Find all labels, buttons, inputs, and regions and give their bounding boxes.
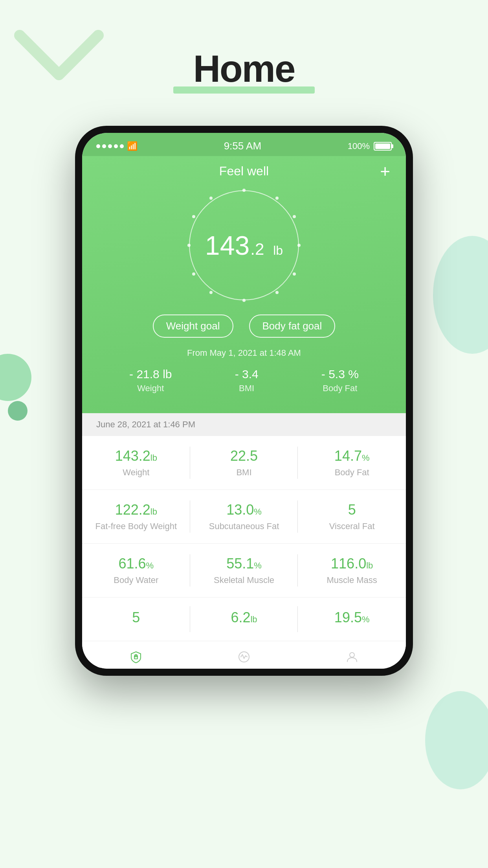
metric-skeletal[interactable]: 55.1% Skeletal Muscle xyxy=(190,544,298,597)
circle-dot-1 xyxy=(275,197,279,200)
weight-goal-button[interactable]: Weight goal xyxy=(153,314,233,338)
metric-muscle-mass-value: 116.0lb xyxy=(302,555,402,572)
metric-bmi[interactable]: 22.5 BMI xyxy=(190,436,298,489)
svg-point-2 xyxy=(239,652,249,662)
metric-weight-label: Weight xyxy=(86,467,186,478)
shield-icon xyxy=(128,649,144,665)
metric-skeletal-label: Skeletal Muscle xyxy=(194,575,294,585)
metric-visceral-label: Visceral Fat xyxy=(302,521,402,531)
stat-bodyfat: - 5.3 % Body Fat xyxy=(321,368,359,394)
phone-wrapper: 📶 9:55 AM 100% Feel well + xyxy=(75,126,413,676)
page-title-section: Home xyxy=(0,0,488,94)
page-title: Home xyxy=(193,47,295,90)
bottom-nav xyxy=(82,641,406,669)
phone-screen: 📶 9:55 AM 100% Feel well + xyxy=(82,133,406,669)
stat-weight-value: - 21.8 lb xyxy=(129,368,172,381)
metric-body-water-label: Body Water xyxy=(86,575,186,585)
battery-percentage: 100% xyxy=(348,141,370,151)
circle-dot-2 xyxy=(293,215,296,218)
metrics-row-2: 122.2lb Fat-free Body Weight 13.0% Subcu… xyxy=(82,490,406,544)
signal-dots xyxy=(96,144,124,148)
metrics-row-1: 143.2lb Weight 22.5 BMI 14.7% xyxy=(82,436,406,490)
metric-weight-value: 143.2lb xyxy=(86,448,186,464)
weight-decimal: .2 xyxy=(250,240,264,259)
green-header: Feel well + xyxy=(82,156,406,413)
stat-weight-label: Weight xyxy=(129,383,172,394)
weight-main: 143 xyxy=(205,230,250,261)
signal-dot-3 xyxy=(108,144,112,148)
circle-dot-4 xyxy=(293,272,296,276)
circle-dot-9 xyxy=(187,244,191,247)
goal-buttons: Weight goal Body fat goal xyxy=(98,314,390,338)
signal-dot-2 xyxy=(102,144,106,148)
metric-subcut-fat[interactable]: 13.0% Subcutaneous Fat xyxy=(190,490,298,543)
signal-dot-5 xyxy=(120,144,124,148)
metric-subcut-value: 13.0% xyxy=(194,502,294,518)
circle-dot-0 xyxy=(242,189,246,192)
metric-r4-col2[interactable]: 6.2lb xyxy=(190,598,298,641)
metric-subcut-label: Subcutaneous Fat xyxy=(194,521,294,531)
stat-bmi-label: BMI xyxy=(235,383,259,394)
status-right: 100% xyxy=(348,141,392,151)
svg-point-3 xyxy=(350,653,354,657)
metric-muscle-mass[interactable]: 116.0lb Muscle Mass xyxy=(298,544,406,597)
battery-bar xyxy=(374,142,392,151)
metric-bmi-label: BMI xyxy=(194,467,294,478)
circle-dot-5 xyxy=(275,291,279,294)
add-button[interactable]: + xyxy=(380,163,390,180)
metric-r4-col2-value: 6.2lb xyxy=(194,609,294,626)
circle-dot-11 xyxy=(209,197,213,200)
metric-r4-col3-value: 19.5% xyxy=(302,609,402,626)
metric-bodyfat-value: 14.7% xyxy=(302,448,402,464)
date-separator: June 28, 2021 at 1:46 PM xyxy=(82,413,406,436)
metric-weight[interactable]: 143.2lb Weight xyxy=(82,436,190,489)
status-left: 📶 xyxy=(96,141,138,151)
app-header-title: Feel well xyxy=(219,164,269,178)
body-fat-goal-button[interactable]: Body fat goal xyxy=(249,314,336,338)
metric-visceral[interactable]: 5 Visceral Fat xyxy=(298,490,406,543)
stat-bmi-value: - 3.4 xyxy=(235,368,259,381)
stat-bodyfat-label: Body Fat xyxy=(321,383,359,394)
metric-fatfree[interactable]: 122.2lb Fat-free Body Weight xyxy=(82,490,190,543)
metric-r4-col1[interactable]: 5 xyxy=(82,598,190,641)
metric-body-water-value: 61.6% xyxy=(86,555,186,572)
metric-r4-col1-value: 5 xyxy=(86,609,186,626)
stat-bodyfat-value: - 5.3 % xyxy=(321,368,359,381)
metric-bodyfat[interactable]: 14.7% Body Fat xyxy=(298,436,406,489)
phone-frame: 📶 9:55 AM 100% Feel well + xyxy=(75,126,413,676)
metrics-row-4: 5 6.2lb 19.5% xyxy=(82,598,406,641)
bg-blob-left2 xyxy=(8,401,28,421)
wifi-icon: 📶 xyxy=(127,141,138,151)
metric-body-water[interactable]: 61.6% Body Water xyxy=(82,544,190,597)
metric-skeletal-value: 55.1% xyxy=(194,555,294,572)
bg-blob-bottom-right xyxy=(425,691,488,789)
metric-muscle-mass-label: Muscle Mass xyxy=(302,575,402,585)
nav-item-activity[interactable] xyxy=(236,649,252,665)
stat-bmi: - 3.4 BMI xyxy=(235,368,259,394)
stat-weight: - 21.8 lb Weight xyxy=(129,368,172,394)
weight-unit: lb xyxy=(273,243,283,258)
metric-r4-col3[interactable]: 19.5% xyxy=(298,598,406,641)
from-date-label: From May 1, 2021 at 1:48 AM xyxy=(98,348,390,358)
bg-blob-right xyxy=(433,236,488,354)
circle-dot-7 xyxy=(209,291,213,294)
nav-item-home[interactable] xyxy=(128,649,144,665)
weight-value-display: 143.2 lb xyxy=(205,230,283,261)
metrics-row-3: 61.6% Body Water 55.1% Skeletal Muscle 1… xyxy=(82,544,406,598)
circle-dot-6 xyxy=(242,299,246,302)
activity-icon xyxy=(236,649,252,665)
signal-dot-4 xyxy=(114,144,118,148)
circle-dot-3 xyxy=(297,244,301,247)
bg-blob-left xyxy=(0,354,31,401)
nav-item-profile[interactable] xyxy=(344,649,360,665)
header-top: Feel well + xyxy=(98,164,390,178)
circle-dot-10 xyxy=(192,215,195,218)
signal-dot-1 xyxy=(96,144,100,148)
circle-dot-8 xyxy=(192,272,195,276)
metrics-section: 143.2lb Weight 22.5 BMI 14.7% xyxy=(82,436,406,641)
weight-circle: 143.2 lb xyxy=(189,190,299,300)
metric-fatfree-value: 122.2lb xyxy=(86,502,186,518)
metric-fatfree-label: Fat-free Body Weight xyxy=(86,521,186,531)
stats-row: - 21.8 lb Weight - 3.4 BMI - 5.3 % Body … xyxy=(98,368,390,397)
status-bar: 📶 9:55 AM 100% xyxy=(82,133,406,156)
